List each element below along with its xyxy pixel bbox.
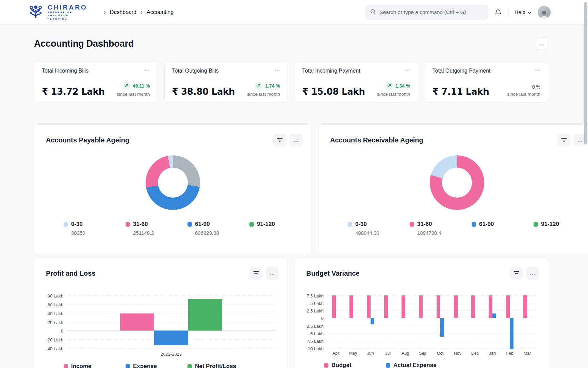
- y-axis-tick: 2.5 Lakh: [307, 308, 324, 313]
- bar-net-profit-loss[interactable]: [188, 299, 222, 331]
- bar-budget[interactable]: [349, 295, 353, 318]
- brand-logo[interactable]: CHIRARO ENTERPRISE RESOURCE PLANNING: [27, 3, 87, 21]
- chart-more-button[interactable]: ...: [290, 134, 303, 147]
- legend-item[interactable]: Budget: [324, 362, 386, 368]
- brand-sub-2: RESOURCE: [48, 15, 87, 17]
- filter-icon[interactable]: [249, 267, 262, 280]
- donut-hole: [442, 168, 472, 198]
- help-menu[interactable]: Help: [514, 9, 532, 15]
- dashboard-content: Accounting Dashboard ... Total Incoming …: [0, 25, 588, 368]
- month-column-may: [344, 295, 362, 348]
- legend-value: 30250: [64, 230, 126, 236]
- bar-budget[interactable]: [489, 295, 492, 318]
- notifications-bell-icon[interactable]: [494, 9, 502, 16]
- bar-actual-expense[interactable]: [371, 318, 374, 324]
- y-axis-tick: 60 Lakh: [48, 302, 63, 307]
- kpi-title: Total Outgoing Payment: [432, 68, 491, 74]
- trend-up-icon: [385, 82, 393, 90]
- y-axis-tick: -5 Lakh: [309, 331, 324, 336]
- month-column-feb: [501, 295, 519, 348]
- legend-item[interactable]: 61-90696629.38: [187, 221, 249, 236]
- y-axis-tick: 2.5 Lakh: [307, 323, 324, 328]
- x-axis-tick: Oct: [431, 351, 449, 356]
- bar-budget[interactable]: [332, 295, 336, 318]
- bar-budget[interactable]: [402, 295, 405, 318]
- legend-item[interactable]: 0-3030250: [64, 221, 126, 236]
- bar-budget[interactable]: [419, 295, 423, 318]
- legend-swatch: [187, 222, 192, 227]
- legend-label: 91-120: [541, 221, 559, 228]
- bar-budget[interactable]: [506, 295, 510, 318]
- bar-expense[interactable]: [154, 331, 188, 345]
- legend-swatch: [126, 364, 130, 368]
- kpi-caption: since last month: [377, 92, 410, 97]
- bar-actual-expense[interactable]: [492, 313, 496, 318]
- legend-item[interactable]: 61-90: [472, 221, 534, 236]
- legend-item[interactable]: 91-120: [249, 221, 311, 236]
- legend-item[interactable]: 31-601894730.4: [410, 221, 472, 236]
- donut-hole: [158, 168, 188, 198]
- kpi-card-total-outgoing-bills: Total Outgoing Bills ... ₹ 38.80 Lakh 1.…: [164, 61, 288, 103]
- month-column-jul: [379, 295, 397, 348]
- filter-icon[interactable]: [510, 267, 523, 280]
- chart-more-button[interactable]: ...: [266, 267, 279, 280]
- bar-actual-expense[interactable]: [440, 318, 444, 337]
- legend-swatch: [410, 222, 414, 227]
- kpi-caption: since last month: [507, 92, 540, 97]
- legend-value: 488944.33: [348, 230, 410, 236]
- chevron-down-icon: [527, 9, 532, 15]
- y-axis-tick: 0: [321, 316, 324, 321]
- bar-group: [120, 295, 222, 348]
- kpi-more-button[interactable]: ...: [405, 68, 410, 70]
- kpi-value: ₹ 38.80 Lakh: [172, 87, 235, 97]
- month-column-jun: [362, 295, 379, 348]
- legend-item[interactable]: 91-120: [534, 221, 588, 236]
- legend-swatch: [386, 363, 390, 368]
- legend-item[interactable]: Net Profit/Loss: [187, 363, 249, 368]
- breadcrumb-chevron-icon: ›: [141, 9, 143, 16]
- kpi-more-button[interactable]: ...: [275, 68, 280, 70]
- legend-item[interactable]: 0-30488944.33: [348, 221, 410, 236]
- filter-icon[interactable]: [273, 134, 286, 147]
- payable-ageing-legend: 0-303025031-60251148.261-90696629.3891-1…: [34, 221, 311, 236]
- page-more-button[interactable]: ...: [536, 37, 548, 50]
- chart-more-button[interactable]: ...: [526, 267, 539, 280]
- breadcrumb-accounting[interactable]: Accounting: [147, 9, 174, 15]
- legend-item[interactable]: 31-60251148.2: [126, 221, 187, 236]
- bar-budget[interactable]: [437, 295, 440, 318]
- bar-actual-expense[interactable]: [510, 318, 513, 349]
- kpi-caption: since last month: [117, 92, 150, 97]
- divider: [508, 7, 508, 17]
- kpi-more-button[interactable]: ...: [145, 68, 150, 70]
- kpi-more-button[interactable]: ...: [535, 68, 540, 70]
- filter-icon[interactable]: [557, 134, 570, 147]
- receivable-ageing-legend: 0-30488944.3331-601894730.461-9091-120: [318, 221, 588, 236]
- bar-budget[interactable]: [471, 295, 475, 318]
- legend-item[interactable]: Income: [64, 363, 126, 368]
- brand-sub-1: ENTERPRISE: [48, 12, 87, 14]
- breadcrumb-dashboard[interactable]: Dashboard: [110, 9, 136, 15]
- receivable-ageing-donut[interactable]: [430, 155, 484, 210]
- global-search[interactable]: [365, 5, 488, 20]
- profit-loss-plot: 80 Lakh60 Lakh40 Lakh20 Lakh0-20 Lakh-40…: [67, 295, 276, 348]
- chart-title: Profit and Loss: [46, 270, 96, 277]
- legend-swatch: [534, 222, 538, 227]
- user-avatar[interactable]: [538, 6, 551, 19]
- bar-budget[interactable]: [367, 295, 371, 318]
- legend-value: 696629.38: [187, 230, 249, 236]
- scrollbar-thumb[interactable]: [584, 2, 587, 144]
- bar-budget[interactable]: [454, 295, 458, 318]
- legend-item[interactable]: Expense: [126, 363, 187, 368]
- bar-budget[interactable]: [523, 295, 527, 318]
- legend-item[interactable]: Actual Expense: [386, 362, 448, 368]
- top-navigation: CHIRARO ENTERPRISE RESOURCE PLANNING › D…: [0, 0, 588, 25]
- kpi-title: Total Incoming Bills: [42, 68, 88, 74]
- kpi-delta: 1.74 %: [265, 83, 280, 89]
- bar-budget[interactable]: [384, 295, 388, 318]
- search-input[interactable]: [379, 9, 484, 15]
- legend-label: 61-90: [195, 221, 210, 228]
- legend-label: 0-30: [355, 221, 367, 228]
- bar-income[interactable]: [120, 313, 154, 331]
- payable-ageing-donut[interactable]: [146, 155, 200, 210]
- kpi-delta: 0 %: [532, 84, 540, 90]
